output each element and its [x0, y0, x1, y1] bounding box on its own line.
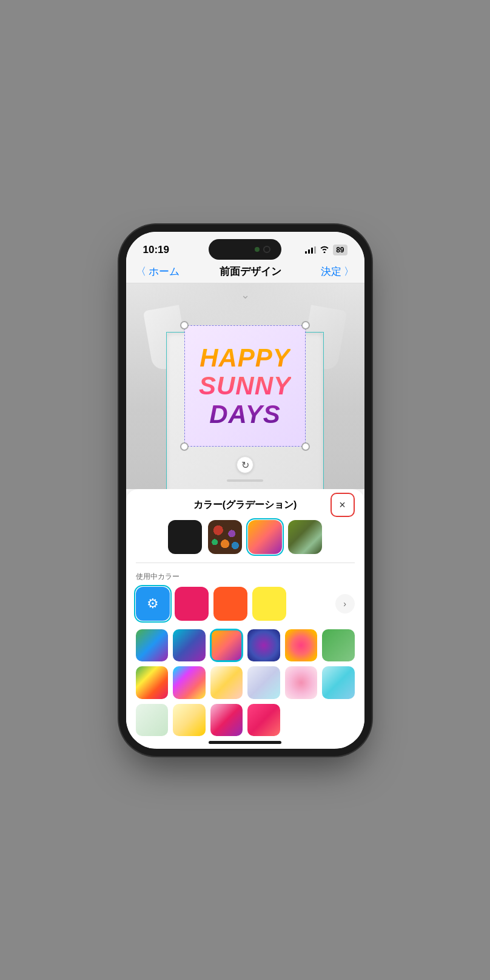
gradient-swatch-6[interactable] — [322, 629, 355, 662]
phone-frame: 10:19 89 〈 ホーム 前面デザイン — [126, 232, 364, 749]
wifi-icon — [320, 246, 329, 255]
gradient-swatch-12[interactable] — [322, 666, 355, 699]
island-camera — [263, 246, 270, 253]
close-button[interactable]: × — [331, 493, 355, 517]
nav-title: 前面デザイン — [220, 265, 281, 279]
gradient-swatch-16[interactable] — [247, 704, 280, 737]
used-colors-row: ⚙ › — [136, 587, 355, 621]
color-type-black[interactable] — [168, 520, 202, 554]
used-color-custom[interactable]: ⚙ — [136, 587, 170, 621]
gradient-swatch-3[interactable] — [210, 629, 243, 662]
design-selection-border — [184, 325, 306, 447]
panel-title: カラー(グラデーション) — [193, 499, 297, 512]
home-indicator — [209, 741, 281, 744]
nav-back-button[interactable]: 〈 ホーム — [136, 265, 180, 279]
panel-header: カラー(グラデーション) × — [136, 499, 355, 512]
color-type-row — [136, 520, 355, 563]
chevron-down-icon[interactable]: ⌄ — [241, 288, 250, 302]
gradient-swatch-1[interactable] — [136, 629, 169, 662]
gradient-swatch-9[interactable] — [210, 666, 243, 699]
used-color-pink[interactable] — [175, 587, 209, 621]
gradient-grid — [136, 629, 355, 737]
scroll-indicator — [227, 479, 263, 482]
gradient-swatch-10[interactable] — [247, 666, 280, 699]
gradient-swatch-13[interactable] — [136, 704, 169, 737]
color-type-gradient[interactable] — [248, 520, 282, 554]
nav-confirm-button[interactable]: 決定 〉 — [321, 265, 355, 279]
rotate-handle[interactable]: ↻ — [237, 456, 253, 473]
island-indicator — [255, 247, 260, 252]
gradient-swatch-15[interactable] — [210, 704, 243, 737]
nav-bar: 〈 ホーム 前面デザイン 決定 〉 — [126, 260, 364, 283]
gradient-swatch-5[interactable] — [285, 629, 318, 662]
status-icons: 89 — [305, 245, 347, 255]
gradient-swatch-7[interactable] — [136, 666, 169, 699]
used-color-yellow[interactable] — [252, 587, 286, 621]
color-type-leaves[interactable] — [288, 520, 322, 554]
used-colors-label: 使用中カラー — [136, 572, 355, 582]
gradient-swatch-2[interactable] — [173, 629, 206, 662]
color-type-floral[interactable] — [208, 520, 242, 554]
dynamic-island — [209, 239, 281, 260]
canvas-area[interactable]: HAPPY SUNNY DAYS ↻ ⌄ — [126, 283, 364, 489]
signal-icon — [305, 246, 316, 254]
bottom-panel: カラー(グラデーション) × 使用中カラー ⚙ › — [126, 489, 364, 749]
gradient-swatch-11[interactable] — [285, 666, 318, 699]
used-colors-chevron[interactable]: › — [335, 594, 355, 613]
status-time: 10:19 — [143, 244, 169, 256]
gradient-swatch-8[interactable] — [173, 666, 206, 699]
used-color-orange[interactable] — [213, 587, 247, 621]
gradient-swatch-4[interactable] — [247, 629, 280, 662]
battery-icon: 89 — [333, 245, 347, 255]
gradient-swatch-14[interactable] — [173, 704, 206, 737]
